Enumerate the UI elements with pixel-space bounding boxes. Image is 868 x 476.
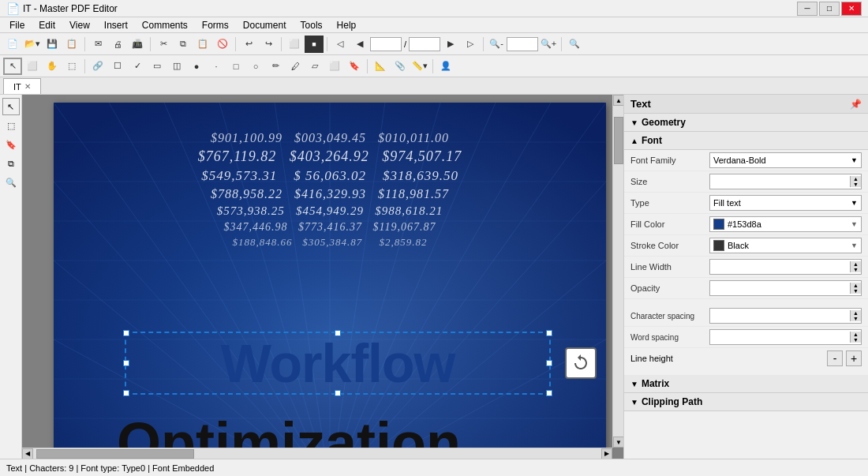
line-width-spinbox[interactable]: 1 ▲ ▼	[709, 259, 862, 275]
fit-page-button[interactable]: ⬜	[285, 36, 304, 53]
new-button[interactable]: 📄	[3, 36, 22, 53]
fill-button[interactable]: ■	[305, 36, 324, 53]
maximize-button[interactable]: □	[819, 2, 840, 16]
char-spacing-spinbox[interactable]: 0.01 ▲ ▼	[709, 308, 862, 324]
delete-button[interactable]: 🚫	[213, 36, 232, 53]
word-spacing-input[interactable]: -0.01	[710, 330, 850, 344]
menu-document[interactable]: Document	[237, 18, 293, 32]
word-spacing-increment[interactable]: ▲	[850, 332, 861, 337]
size-increment[interactable]: ▲	[850, 176, 861, 182]
copy-button[interactable]: ⧉	[174, 36, 193, 53]
opacity-input[interactable]: 100%	[710, 281, 850, 295]
zoom-out-button[interactable]: 🔍-	[487, 36, 506, 53]
stroke-color-dropdown-icon[interactable]: ▼	[851, 242, 858, 249]
handle-ml[interactable]	[123, 360, 129, 366]
scroll-right-button[interactable]: ▶	[601, 448, 612, 459]
char-spacing-input[interactable]: 0.01	[710, 309, 850, 323]
eraser-tool[interactable]: ⬜	[325, 58, 344, 75]
next-result[interactable]: ▷	[461, 36, 480, 53]
pen-tool[interactable]: 🖊	[286, 58, 305, 75]
page-tool[interactable]: ⬜	[23, 58, 42, 75]
textbox-tool[interactable]: ▭	[148, 58, 166, 75]
panel-pin-icon[interactable]: 📌	[850, 99, 862, 110]
sidebar-select[interactable]: ↖	[2, 98, 20, 115]
handle-tl[interactable]	[123, 330, 129, 336]
minimize-button[interactable]: ─	[797, 2, 817, 16]
save-as-button[interactable]: 📋	[62, 36, 81, 53]
menu-tools[interactable]: Tools	[294, 18, 329, 32]
geometry-section-header[interactable]: ▼ Geometry	[624, 114, 868, 132]
scroll-up-button[interactable]: ▲	[613, 95, 623, 106]
handle-mr[interactable]	[546, 360, 552, 366]
opacity-increment[interactable]: ▲	[850, 283, 861, 288]
page-number-input[interactable]: 1	[370, 37, 402, 51]
scroll-left-button[interactable]: ◀	[22, 448, 33, 459]
rect-tool[interactable]: □	[226, 58, 245, 75]
open-dropdown[interactable]: 📂▾	[23, 36, 42, 53]
text-tool[interactable]: ☐	[108, 58, 127, 75]
highlight-tool[interactable]: ▱	[305, 58, 324, 75]
vertical-scrollbar[interactable]: ▲ ▼	[612, 95, 623, 448]
font-family-dropdown-icon[interactable]: ▼	[851, 156, 858, 164]
line-width-input[interactable]: 1	[710, 260, 850, 274]
pencil-tool[interactable]: ✏	[266, 58, 285, 75]
cut-button[interactable]: ✂	[154, 36, 173, 53]
fill-color-swatch[interactable]: #153d8a ▼	[709, 216, 862, 232]
clipping-path-section-header[interactable]: ▼ Clipping Path	[624, 393, 868, 411]
sidebar-layers[interactable]: ⧉	[2, 155, 20, 172]
paste-button[interactable]: 📋	[193, 36, 212, 53]
line-height-minus-button[interactable]: -	[827, 350, 843, 366]
search-button[interactable]: 🔍	[565, 36, 584, 53]
char-spacing-decrement[interactable]: ▼	[850, 316, 861, 321]
undo-button[interactable]: ↩	[239, 36, 258, 53]
workflow-selection-box[interactable]: Workflow	[125, 332, 551, 395]
close-button[interactable]: ✕	[841, 2, 862, 16]
size-decrement[interactable]: ▼	[850, 182, 861, 187]
attach-tool[interactable]: 📎	[391, 58, 410, 75]
handle-tr[interactable]	[546, 330, 552, 336]
rotation-handle[interactable]	[565, 347, 597, 379]
prev-page[interactable]: ◀	[350, 36, 369, 53]
scroll-thumb-vertical[interactable]	[614, 117, 623, 164]
fill-color-dropdown-icon[interactable]: ▼	[851, 220, 858, 228]
line-width-increment[interactable]: ▲	[850, 261, 861, 267]
handle-bl[interactable]	[123, 390, 129, 396]
zoom-in-button[interactable]: 🔍+	[539, 36, 558, 53]
size-spinbox[interactable]: 1 ▲ ▼	[709, 174, 862, 189]
menu-file[interactable]: File	[3, 18, 31, 32]
page-total-input[interactable]: 54	[409, 37, 440, 51]
menu-edit[interactable]: Edit	[32, 18, 62, 32]
dot-tool[interactable]: ·	[207, 58, 226, 75]
scroll-thumb-horizontal[interactable]	[36, 449, 194, 459]
scroll-down-button[interactable]: ▼	[613, 437, 623, 448]
prev-result[interactable]: ◁	[331, 36, 350, 53]
size-input[interactable]: 1	[710, 174, 850, 189]
stamp-tool[interactable]: 🔖	[345, 58, 364, 75]
matrix-section-header[interactable]: ▼ Matrix	[624, 375, 868, 393]
type-dropdown-icon[interactable]: ▼	[851, 199, 858, 207]
horizontal-scrollbar[interactable]: ◀ ▶	[22, 448, 612, 459]
sidebar-pages[interactable]: ⬚	[2, 117, 20, 134]
handle-br[interactable]	[546, 390, 552, 396]
image-tool[interactable]: ◫	[167, 58, 186, 75]
select-tool[interactable]: ↖	[3, 58, 22, 75]
line-width-decrement[interactable]: ▼	[850, 267, 861, 272]
handle-bm[interactable]	[335, 390, 341, 396]
email-button[interactable]: ✉	[88, 36, 107, 53]
char-spacing-increment[interactable]: ▲	[850, 310, 861, 316]
handle-tm[interactable]	[335, 330, 341, 336]
scan-button[interactable]: 📠	[128, 36, 147, 53]
select-text-tool[interactable]: ⬚	[62, 58, 81, 75]
doc-tab[interactable]: IT ✕	[3, 78, 41, 94]
menu-comments[interactable]: Comments	[136, 18, 194, 32]
sidebar-bookmarks[interactable]: 🔖	[2, 136, 20, 153]
menu-forms[interactable]: Forms	[196, 18, 235, 32]
ellipse-tool[interactable]: ○	[246, 58, 265, 75]
hand-tool[interactable]: ✋	[43, 58, 62, 75]
next-page[interactable]: ▶	[441, 36, 460, 53]
save-button[interactable]: 💾	[43, 36, 62, 53]
circle-tool[interactable]: ●	[187, 58, 206, 75]
stroke-color-swatch[interactable]: Black ▼	[709, 238, 862, 253]
print-button[interactable]: 🖨	[108, 36, 127, 53]
tab-close-icon[interactable]: ✕	[24, 82, 31, 91]
